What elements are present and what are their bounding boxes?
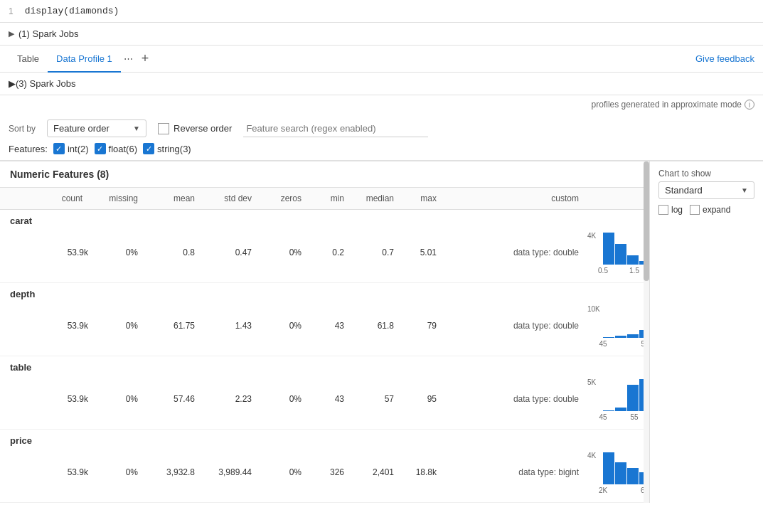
col-stddev: std dev xyxy=(199,188,256,209)
svg-text:5K: 5K xyxy=(587,378,597,386)
cell-carat-0: 53.9k xyxy=(0,245,92,260)
cell-price-5: 326 xyxy=(306,465,348,479)
cell-price-custom: data type: bigint xyxy=(441,465,583,479)
col-mean: mean xyxy=(142,188,199,209)
svg-rect-34 xyxy=(627,385,639,411)
col-median: median xyxy=(348,188,398,209)
spark-jobs-1-row[interactable]: ▶ (1) Spark Jobs xyxy=(0,23,763,46)
svg-text:4K: 4K xyxy=(587,452,597,459)
col-max: max xyxy=(398,188,441,209)
feature-data-row-table: 53.9k0%57.462.230%435795data type: doubl… xyxy=(0,374,649,429)
tab-table[interactable]: Table xyxy=(9,46,48,73)
cell-carat-chart: 4K0.51.52.53.54.5 xyxy=(583,228,649,277)
cell-depth-1: 0% xyxy=(92,319,142,333)
svg-text:2K: 2K xyxy=(599,486,608,494)
feature-float-check[interactable]: float(6) xyxy=(95,143,137,154)
spark-jobs-1-arrow: ▶ xyxy=(9,29,14,38)
numeric-features-title: Numeric Features (8) xyxy=(10,169,109,180)
sort-select[interactable]: Feature order ▼ xyxy=(47,119,146,137)
log-expand-row: log expand xyxy=(658,205,754,215)
code-cell: 1 display(diamonds) xyxy=(0,0,763,23)
spark-jobs-2-row[interactable]: ▶ (3) Spark Jobs xyxy=(0,73,763,95)
svg-rect-50 xyxy=(627,468,639,484)
col-chart-space xyxy=(583,188,649,209)
cell-depth-custom: data type: double xyxy=(441,319,583,333)
svg-rect-49 xyxy=(615,462,626,484)
tab-add-button[interactable]: + xyxy=(139,46,152,72)
chart-to-show-panel: Chart to show Standard ▼ log expand xyxy=(649,161,763,503)
cell-carat-6: 0.7 xyxy=(348,245,398,260)
svg-rect-33 xyxy=(615,408,626,411)
spark-jobs-1-label: (1) Spark Jobs xyxy=(18,28,79,39)
col-count: count xyxy=(0,188,92,209)
feature-string-check[interactable]: string(3) xyxy=(143,143,191,154)
feature-float-checkbox[interactable] xyxy=(95,143,106,154)
sort-select-chevron: ▼ xyxy=(133,124,140,132)
cell-depth-0: 53.9k xyxy=(0,319,92,333)
chart-type-select[interactable]: Standard ▼ xyxy=(658,181,754,199)
cell-depth-chart: 10K45556575 xyxy=(583,301,649,350)
svg-text:45: 45 xyxy=(599,340,607,348)
svg-rect-19 xyxy=(627,334,639,338)
feature-int-checkbox[interactable] xyxy=(53,143,65,154)
expand-label: expand xyxy=(703,205,730,215)
svg-rect-18 xyxy=(615,336,626,338)
feature-row-group: price53.9k0%3,932.83,989.440%3262,40118.… xyxy=(0,430,649,503)
reverse-order-toggle[interactable]: Reverse order xyxy=(158,123,232,134)
feature-data-row-carat: 53.9k0%0.80.470%0.20.75.01data type: dou… xyxy=(0,228,649,282)
feature-search-input[interactable] xyxy=(243,120,428,137)
feature-rows-container: carat53.9k0%0.80.470%0.20.75.01data type… xyxy=(0,210,649,503)
tabs-bar: Table Data Profile 1 ⋯ + Give feedback xyxy=(0,46,763,73)
cell-depth-6: 61.8 xyxy=(348,319,398,333)
cell-table-3: 2.23 xyxy=(199,392,256,406)
cell-table-1: 0% xyxy=(92,392,142,406)
cell-carat-2: 0.8 xyxy=(142,245,199,260)
tab-dots[interactable]: ⋯ xyxy=(121,48,136,70)
cell-price-3: 3,989.44 xyxy=(199,465,256,479)
sort-by-label: Sort by xyxy=(9,124,36,134)
feature-int-label: int(2) xyxy=(68,144,89,154)
expand-checkbox[interactable] xyxy=(690,205,700,215)
spark-jobs-2-label: (3) Spark Jobs xyxy=(16,78,76,89)
feature-string-label: string(3) xyxy=(157,144,191,154)
feature-int-check[interactable]: int(2) xyxy=(53,143,89,154)
log-toggle[interactable]: log xyxy=(658,205,683,215)
info-icon[interactable]: i xyxy=(745,100,754,110)
tab-data-profile[interactable]: Data Profile 1 xyxy=(48,46,121,73)
log-checkbox[interactable] xyxy=(658,205,668,215)
feature-name-carat: carat xyxy=(0,210,649,228)
cell-depth-7: 79 xyxy=(398,319,441,333)
cell-table-chart: 5K4555657585 xyxy=(583,374,649,423)
cell-price-4: 0% xyxy=(256,465,306,479)
give-feedback-button[interactable]: Give feedback xyxy=(695,53,754,64)
feature-row-group: table53.9k0%57.462.230%435795data type: … xyxy=(0,356,649,430)
cell-table-5: 43 xyxy=(306,392,348,406)
profiles-note: profiles generated in approximate mode i xyxy=(0,95,763,114)
spark-jobs-2-arrow: ▶ xyxy=(9,78,16,89)
feature-data-row-depth: 53.9k0%61.751.430%4361.879data type: dou… xyxy=(0,301,649,356)
col-zeros: zeros xyxy=(256,188,306,209)
feature-float-label: float(6) xyxy=(109,144,137,154)
cell-table-custom: data type: double xyxy=(441,392,583,406)
chart-type-chevron: ▼ xyxy=(741,186,748,194)
feature-row-group: depth53.9k0%61.751.430%4361.879data type… xyxy=(0,283,649,356)
svg-text:55: 55 xyxy=(630,413,639,421)
reverse-order-checkbox[interactable] xyxy=(158,123,169,134)
svg-rect-2 xyxy=(615,244,626,265)
features-row: Features: int(2) float(6) string(3) xyxy=(0,140,763,161)
col-missing: missing xyxy=(92,188,142,209)
svg-text:1.5: 1.5 xyxy=(629,267,639,275)
feature-row-group: carat53.9k0%0.80.470%0.20.75.01data type… xyxy=(0,210,649,283)
scrollbar-track[interactable] xyxy=(644,161,649,503)
cell-price-0: 53.9k xyxy=(0,465,92,479)
feature-string-checkbox[interactable] xyxy=(143,143,154,154)
scrollbar-thumb[interactable] xyxy=(644,161,649,281)
cell-carat-5: 0.2 xyxy=(306,245,348,260)
svg-text:45: 45 xyxy=(599,413,607,421)
reverse-order-label: Reverse order xyxy=(174,123,232,134)
cell-depth-5: 43 xyxy=(306,319,348,333)
svg-text:10K: 10K xyxy=(587,305,600,313)
expand-toggle[interactable]: expand xyxy=(690,205,730,215)
features-label: Features: xyxy=(9,144,48,154)
chart-to-show-label: Chart to show xyxy=(658,169,754,179)
